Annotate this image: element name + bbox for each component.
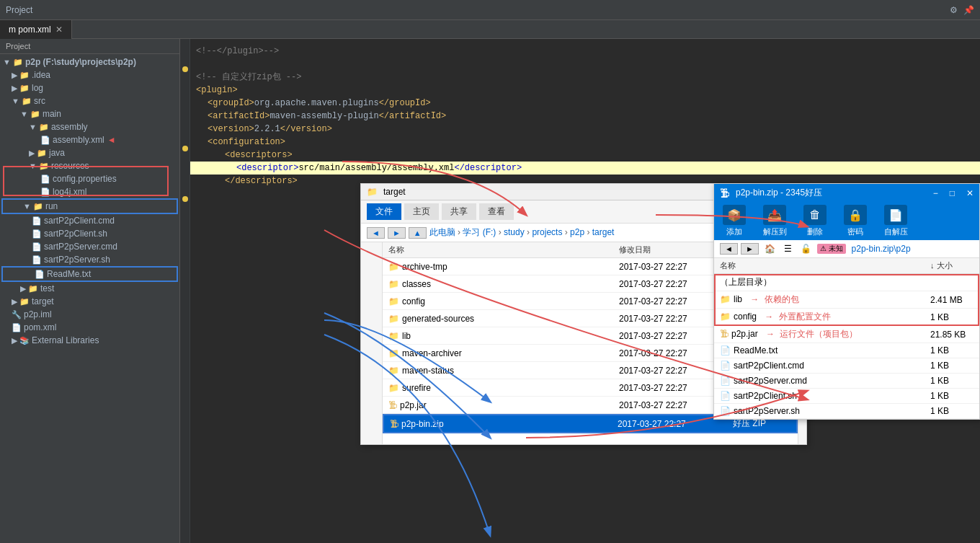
folder-icon: 📁: [19, 297, 30, 306]
tree-main[interactable]: ▼ 📁 main: [0, 107, 179, 120]
tree-resources[interactable]: ▼ 📁 resources: [0, 159, 179, 172]
zip-row-server-cmd[interactable]: 📄sartP2pServer.cmd 1 KB: [714, 374, 979, 389]
tree-pom-xml[interactable]: 📄 pom.xml: [0, 321, 179, 334]
code-line: <!--</plugin>-->: [190, 45, 980, 58]
tree-readme[interactable]: 📄 ReadMe.txt: [1, 266, 178, 282]
fe-tab-share[interactable]: 共享: [442, 203, 476, 220]
tree-sartp2pclient-cmd[interactable]: 📄 sartP2pClient.cmd: [0, 214, 179, 227]
zip-row-lib[interactable]: 📁lib → 依赖的包 2.41 MB: [714, 291, 979, 309]
zip-forward-btn[interactable]: ►: [741, 243, 759, 255]
zip-add-label: 添加: [726, 226, 742, 237]
fe-tab-home[interactable]: 主页: [404, 203, 439, 220]
fe-tab-file[interactable]: 文件: [367, 203, 401, 220]
tree-config-props[interactable]: 📄 config.properties: [0, 172, 179, 185]
pin-icon[interactable]: 📌: [963, 5, 974, 15]
fe-back-btn[interactable]: ◄: [367, 227, 385, 239]
zip-add-btn[interactable]: 📦 添加: [720, 205, 749, 237]
zip-row-client-cmd[interactable]: 📄sartP2pClient.cmd 1 KB: [714, 358, 979, 374]
zip-item-name: （上层目录）: [720, 276, 930, 288]
tree-run[interactable]: ▼ 📁 run: [1, 198, 178, 214]
expand-icon: ▼: [12, 97, 19, 105]
expand-icon: ▼: [29, 123, 37, 131]
fe-item-name: 📁archive-tmp: [388, 262, 619, 272]
folder-icon: 📁: [39, 123, 49, 132]
zip-back-btn[interactable]: ◄: [720, 243, 738, 255]
tree-src[interactable]: ▼ 📁 src: [0, 94, 179, 107]
fe-item-date: 2017-03-27 22:27: [618, 419, 733, 429]
zip-selfextract-btn[interactable]: 📄 自解压: [881, 205, 910, 237]
code-line: <artifactId>maven-assembly-plugin</artif…: [190, 110, 980, 123]
fe-tab-view[interactable]: 查看: [479, 203, 514, 220]
tree-log[interactable]: ▶ 📁 log: [0, 81, 179, 94]
zip-toolbar: 📦 添加 📤 解压到 🗑 删除 🔒 密码 📄 自解压: [714, 202, 979, 240]
tab-label: m: [9, 25, 18, 35]
iml-file-icon: 🔧: [12, 310, 22, 319]
fe-item-name: 📁generated-sources: [388, 314, 619, 324]
zip-extract-label: 解压到: [763, 226, 787, 237]
lib-annotation: 依赖的包: [765, 294, 799, 304]
zip-item-size: 1 KB: [930, 361, 974, 371]
zip-row-readme[interactable]: 📄ReadMe.txt 1 KB: [714, 343, 979, 358]
zip-item-size: 1 KB: [930, 376, 974, 386]
zip-row-server-sh[interactable]: 📄sartP2pServer.sh 1 KB: [714, 404, 979, 419]
fe-item-name: 📁config: [388, 296, 619, 306]
tree-java[interactable]: ▶ 📁 java: [0, 146, 179, 159]
zip-item-size: 1 KB: [930, 391, 974, 401]
tree-p2p-iml[interactable]: 🔧 p2p.iml: [0, 308, 179, 321]
zip-extract-btn[interactable]: 📤 解压到: [760, 205, 789, 237]
zip-minimize-btn[interactable]: −: [933, 188, 938, 198]
code-line: [190, 58, 980, 71]
tree-root[interactable]: ▼ 📁 p2p (F:\study\projects\p2p): [0, 56, 179, 69]
sh-file-icon: 📄: [32, 255, 42, 265]
tree-log4j-xml[interactable]: 📄 log4j.xml: [0, 185, 179, 198]
code-text: <descriptors>: [225, 149, 293, 162]
tree-label: sartP2pClient.sh: [44, 229, 107, 239]
fe-up-btn[interactable]: ▲: [409, 227, 427, 239]
sh-file-icon: 📄: [32, 229, 42, 239]
zip-path-display: p2p-bin.zip\p2p: [852, 244, 911, 254]
zip-row-config[interactable]: 📁config → 外置配置文件 1 KB: [714, 309, 979, 326]
zip-home-icon[interactable]: 🏠: [765, 244, 775, 254]
zip-viewer: 🗜 p2p-bin.zip - 2345好压 − □ ✕ 📦 添加 📤 解压到 …: [713, 183, 980, 420]
expand-icon: ▶: [12, 71, 17, 80]
folder-icon: 📁: [22, 97, 32, 106]
code-line: <descriptors>: [190, 149, 980, 162]
gutter-marker-3: [182, 196, 188, 202]
panel-title: Project: [6, 42, 30, 50]
zip-password-btn[interactable]: 🔒 密码: [841, 205, 870, 237]
zip-delete-btn[interactable]: 🗑 删除: [801, 205, 829, 237]
zip-maximize-btn[interactable]: □: [950, 188, 955, 198]
fe-item-name: 📁lib: [388, 331, 619, 341]
tree-sartp2pclient-sh[interactable]: 📄 sartP2pClient.sh: [0, 227, 179, 240]
tree-sartp2pserver-sh[interactable]: 📄 sartP2pServer.sh: [0, 253, 179, 266]
tree-idea[interactable]: ▶ 📁 .idea: [0, 69, 179, 81]
tab-close-icon[interactable]: ✕: [55, 25, 63, 35]
tree-label: assembly.xml: [53, 135, 104, 145]
fe-item-name: 🗜p2p.jar: [388, 400, 619, 410]
zip-row-client-sh[interactable]: 📄sartP2pClient.sh 1 KB: [714, 389, 979, 404]
fe-forward-btn[interactable]: ►: [388, 227, 406, 239]
tab-bar: m pom.xml ✕: [0, 20, 980, 39]
settings-icon[interactable]: ⚙: [950, 5, 958, 15]
tree-assembly[interactable]: ▼ 📁 assembly: [0, 120, 179, 133]
zip-selfextract-label: 自解压: [884, 226, 908, 237]
fe-item-name: 📁classes: [388, 279, 619, 289]
tree-target[interactable]: ▶ 📁 target: [0, 295, 179, 308]
tree-sartp2pserver-cmd[interactable]: 📄 sartP2pServer.cmd: [0, 240, 179, 253]
tree-test[interactable]: ▶ 📁 test: [0, 282, 179, 295]
zip-delete-label: 删除: [807, 226, 823, 237]
gutter-marker-2: [182, 146, 188, 151]
code-line: <plugin>: [190, 84, 980, 97]
zip-row-up[interactable]: （上层目录）: [714, 274, 979, 291]
zip-item-name: 📁lib → 依赖的包: [720, 293, 930, 306]
zip-list-icon[interactable]: ☰: [784, 244, 792, 254]
zip-row-p2p-jar[interactable]: 🗜p2p.jar → 运行文件（项目包） 21.85 KB: [714, 326, 979, 343]
tree-ext-libs[interactable]: ▶ 📚 External Libraries: [0, 334, 179, 347]
tree-assembly-xml[interactable]: 📄 assembly.xml ◄: [0, 133, 179, 146]
code-text: <version>: [208, 123, 254, 136]
tab-p2p[interactable]: m pom.xml ✕: [0, 20, 72, 39]
zip-selfextract-icon: 📄: [884, 205, 907, 225]
zip-close-btn[interactable]: ✕: [966, 188, 974, 198]
fe-item-name: 📁surefire: [388, 383, 619, 393]
code-line: <!-- 自定义打zip包 -->: [190, 71, 980, 84]
